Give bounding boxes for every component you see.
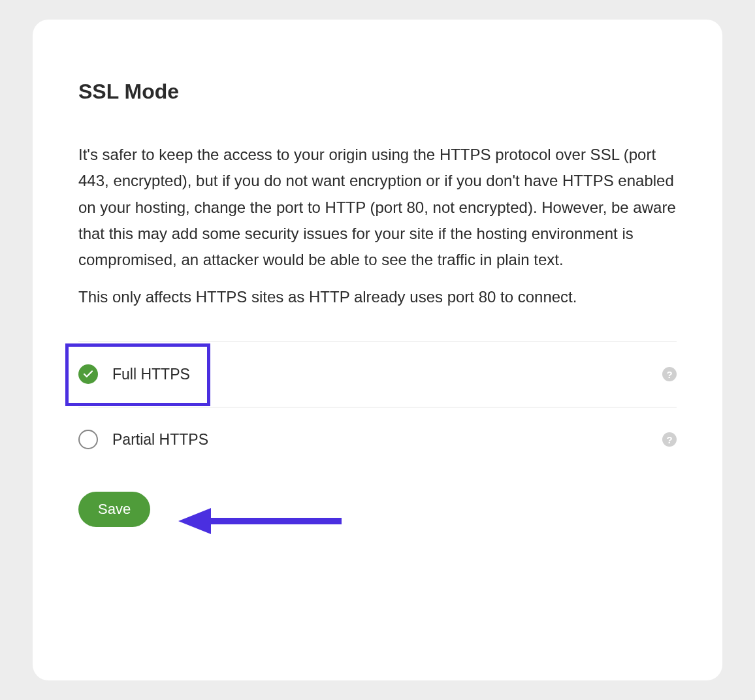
radio-unchecked-icon bbox=[78, 430, 98, 449]
svg-marker-1 bbox=[178, 508, 211, 534]
option-label-full: Full HTTPS bbox=[112, 366, 190, 383]
option-label-partial: Partial HTTPS bbox=[112, 431, 208, 449]
radio-partial-https[interactable]: Partial HTTPS bbox=[78, 430, 208, 449]
section-title: SSL Mode bbox=[78, 80, 677, 104]
ssl-mode-options: Full HTTPS ? Partial HTTPS ? bbox=[78, 342, 677, 472]
save-button[interactable]: Save bbox=[78, 492, 150, 527]
description-paragraph-1: It's safer to keep the access to your or… bbox=[78, 142, 677, 274]
help-icon[interactable]: ? bbox=[662, 367, 677, 381]
radio-checked-icon bbox=[78, 364, 98, 384]
ssl-mode-card: SSL Mode It's safer to keep the access t… bbox=[33, 20, 722, 680]
help-icon[interactable]: ? bbox=[662, 432, 677, 447]
option-row-full-https: Full HTTPS ? bbox=[78, 342, 677, 407]
option-row-partial-https: Partial HTTPS ? bbox=[78, 407, 677, 472]
radio-full-https[interactable]: Full HTTPS bbox=[78, 364, 190, 384]
description-paragraph-2: This only affects HTTPS sites as HTTP al… bbox=[78, 284, 677, 310]
arrow-annotation-icon bbox=[178, 501, 345, 541]
